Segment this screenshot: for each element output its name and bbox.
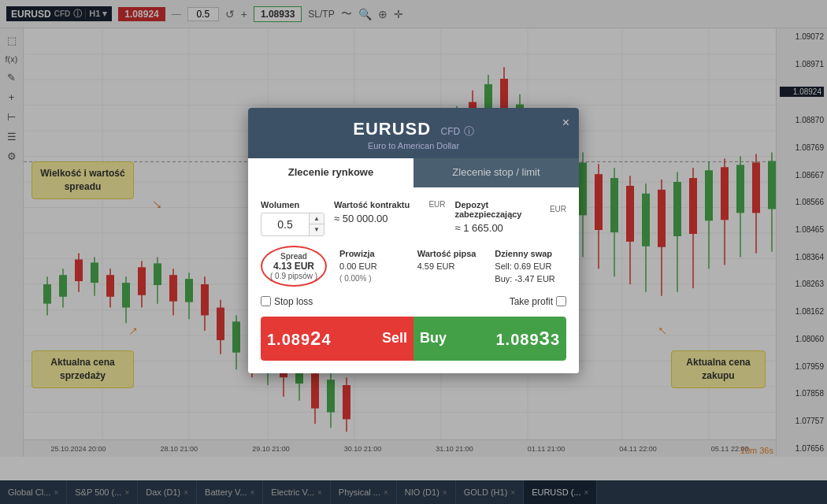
buy-label: Buy <box>420 330 447 346</box>
stop-loss-label[interactable]: Stop loss <box>261 296 313 307</box>
commission-label: Prowizja <box>339 249 411 258</box>
take-profit-checkbox[interactable] <box>556 296 566 306</box>
tab-market[interactable]: Zlecenie rynkowe <box>248 158 414 187</box>
contract-group: Wartość kontraktu EUR ≈ 50 000.00 <box>334 200 446 224</box>
modal-overlay: × EURUSD CFD ⓘ Euro to American Dollar Z… <box>0 0 827 504</box>
modal-cfd: CFD <box>441 126 461 137</box>
deposit-value: ≈ 1 665.00 <box>455 222 567 234</box>
pip-group: Wartość pipsa 4.59 EUR <box>417 249 489 284</box>
buy-price: 1.08933 <box>495 328 560 350</box>
trade-modal: × EURUSD CFD ⓘ Euro to American Dollar Z… <box>248 108 579 373</box>
modal-header: × EURUSD CFD ⓘ Euro to American Dollar <box>248 108 579 158</box>
modal-subtitle: Euro to American Dollar <box>261 141 566 150</box>
volume-up-btn[interactable]: ▲ <box>310 213 324 224</box>
spread-pips: ( 0.9 pipsów ) <box>270 272 317 280</box>
volume-arrows: ▲ ▼ <box>309 213 324 235</box>
modal-info-icon[interactable]: ⓘ <box>464 124 474 136</box>
commission-pct: ( 0.00% ) <box>339 274 411 283</box>
swap-buy: Buy: -3.47 EUR <box>495 274 566 284</box>
commission-group: Prowizja 0.00 EUR ( 0.00% ) <box>339 249 411 284</box>
spread-label: Spread <box>270 252 317 261</box>
form-row-1: Wolumen ▲ ▼ Wartość kontraktu EUR <box>261 200 566 236</box>
pip-label: Wartość pipsa <box>417 249 489 258</box>
volume-group: Wolumen ▲ ▼ <box>261 200 324 236</box>
volume-down-btn[interactable]: ▼ <box>310 224 324 235</box>
contract-value: ≈ 50 000.00 <box>334 213 446 224</box>
sell-label: Sell <box>382 330 407 346</box>
swap-sell: Sell: 0.69 EUR <box>495 261 566 271</box>
contract-label: Wartość kontraktu <box>334 200 410 209</box>
deposit-label: Depozyt zabezpieczający <box>455 200 547 219</box>
sl-tp-row: Stop loss Take profit <box>261 296 566 307</box>
sell-price: 1.08924 <box>267 328 332 350</box>
stop-loss-checkbox[interactable] <box>261 296 271 306</box>
spread-box: Spread 4.13 EUR ( 0.9 pipsów ) <box>261 246 327 287</box>
volume-label: Wolumen <box>261 200 324 209</box>
contract-currency: EUR <box>428 200 445 209</box>
modal-body: Wolumen ▲ ▼ Wartość kontraktu EUR <box>248 187 579 373</box>
pip-value: 4.59 EUR <box>417 261 489 271</box>
spread-value: 4.13 EUR <box>270 261 317 272</box>
modal-title: EURUSD <box>353 119 431 139</box>
volume-input[interactable] <box>261 215 309 234</box>
take-profit-label[interactable]: Take profit <box>510 296 566 307</box>
trade-buttons: 1.08924 Sell Buy 1.08933 <box>261 317 566 361</box>
volume-input-wrap: ▲ ▼ <box>261 213 324 236</box>
sell-button[interactable]: 1.08924 Sell <box>261 317 414 361</box>
deposit-group: Depozyt zabezpieczający EUR ≈ 1 665.00 <box>455 200 567 234</box>
tab-stop-limit[interactable]: Zlecenie stop / limit <box>414 158 579 187</box>
swap-group: Dzienny swap Sell: 0.69 EUR Buy: -3.47 E… <box>495 249 566 284</box>
modal-tabs: Zlecenie rynkowe Zlecenie stop / limit <box>248 158 579 187</box>
commission-value: 0.00 EUR <box>339 261 411 271</box>
buy-button[interactable]: Buy 1.08933 <box>414 317 566 361</box>
swap-label: Dzienny swap <box>495 249 566 258</box>
deposit-currency: EUR <box>550 205 566 213</box>
modal-close-button[interactable]: × <box>562 116 569 130</box>
form-row-2: Spread 4.13 EUR ( 0.9 pipsów ) Prowizja … <box>261 246 566 287</box>
